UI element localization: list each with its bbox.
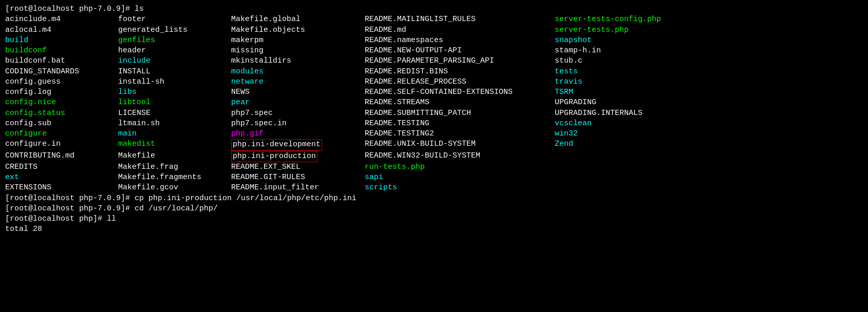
ls-cell: sapi (365, 172, 555, 183)
ls-cell: libs (118, 87, 231, 98)
ls-cell: README.namespaces (365, 35, 555, 46)
ls-cell: pear (231, 98, 365, 108)
ls-cell: header (118, 46, 231, 56)
boxed-php-ini-dev: php.ini-development (231, 139, 322, 150)
ls-cell: footer (118, 14, 231, 25)
ls-cell: makedist (118, 139, 231, 150)
ls-cell: LICENSE (118, 108, 231, 119)
ls-cell: README.input_filter (231, 183, 365, 193)
ls-cell: server-tests-config.php (555, 14, 863, 25)
ls-cell: NEWS (231, 87, 365, 98)
ls-cell (555, 172, 863, 183)
ls-cell: config.guess (5, 77, 118, 87)
ls-cell: README.STREAMS (365, 98, 555, 108)
ls-cell: mkinstalldirs (231, 56, 365, 66)
ls-cell: config.nice (5, 98, 118, 108)
terminal: [root@localhost php-7.0.9]# ls acinclude… (5, 4, 863, 235)
ls-cell: scripts (365, 183, 555, 193)
ls-cell: Makefile (118, 151, 231, 162)
ls-cell: run-tests.php (365, 162, 555, 172)
ls-cell: Makefile.frag (118, 162, 231, 172)
ls-cell: CONTRIBUTING.md (5, 151, 118, 162)
ls-cell: travis (555, 77, 863, 87)
ls-cell: README.MAILINGLIST_RULES (365, 14, 555, 25)
ls-cell: netware (231, 77, 365, 87)
ls-cell: config.log (5, 87, 118, 98)
ls-cell: libtool (118, 98, 231, 108)
ls-cell: README.RELEASE_PROCESS (365, 77, 555, 87)
ls-cell: Zend (555, 139, 863, 150)
ls-cell: README.PARAMETER_PARSING_API (365, 56, 555, 66)
ls-cell: EXTENSIONS (5, 183, 118, 193)
ls-cell: vcsclean (555, 119, 863, 129)
cmd-cd: [root@localhost php-7.0.9]# cd /usr/loca… (5, 204, 863, 214)
ls-cell: server-tests.php (555, 25, 863, 35)
ls-cell: makerpm (231, 35, 365, 46)
cmd-total: total 28 (5, 224, 863, 235)
ls-cell: php.gif (231, 129, 365, 139)
ls-cell: README.UNIX-BUILD-SYSTEM (365, 139, 555, 150)
ls-cell: Makefile.objects (231, 25, 365, 35)
ls-cell: Makefile.fragments (118, 172, 231, 183)
ls-cell: README.SELF-CONTAINED-EXTENSIONS (365, 87, 555, 98)
ls-cell: stamp-h.in (555, 46, 863, 56)
ls-cell: README.NEW-OUTPUT-API (365, 46, 555, 56)
boxed-php-ini-prod: php.ini-production (231, 151, 317, 162)
ls-cell: stub.c (555, 56, 863, 66)
cmd-cp: [root@localhost php-7.0.9]# cp php.ini-p… (5, 193, 863, 204)
ls-cell: acinclude.m4 (5, 14, 118, 25)
ls-cell: php.ini-production (231, 151, 365, 162)
ls-cell: UPGRADING.INTERNALS (555, 108, 863, 119)
ls-cell: config.sub (5, 119, 118, 129)
ls-cell: INSTALL (118, 67, 231, 77)
ls-cell: buildconf (5, 46, 118, 56)
ls-cell: php7.spec.in (231, 119, 365, 129)
ls-cell: configure (5, 129, 118, 139)
ls-cell: modules (231, 67, 365, 77)
ls-cell: aclocal.m4 (5, 25, 118, 35)
ls-cell: README.EXT_SKEL (231, 162, 365, 172)
ls-cell: missing (231, 46, 365, 56)
ls-cell: ext (5, 172, 118, 183)
ls-cell: genfiles (118, 35, 231, 46)
ls-cell: Makefile.gcov (118, 183, 231, 193)
cmd-ll: [root@localhost php]# ll (5, 214, 863, 224)
ls-cell: tests (555, 67, 863, 77)
ls-cell: README.GIT-RULES (231, 172, 365, 183)
ls-cell: CREDITS (5, 162, 118, 172)
ls-cell: README.REDIST.BINS (365, 67, 555, 77)
prompt-ls: [root@localhost php-7.0.9]# ls (5, 4, 863, 14)
ls-cell: win32 (555, 129, 863, 139)
ls-cell: README.SUBMITTING_PATCH (365, 108, 555, 119)
ls-cell (555, 162, 863, 172)
ls-cell (555, 183, 863, 193)
ls-cell: generated_lists (118, 25, 231, 35)
ls-cell: snapshot (555, 35, 863, 46)
ls-cell: php7.spec (231, 108, 365, 119)
ls-cell: README.WIN32-BUILD-SYSTEM (365, 151, 555, 162)
ls-cell: Makefile.global (231, 14, 365, 25)
ls-cell: include (118, 56, 231, 66)
ls-cell (555, 151, 863, 162)
ls-cell: README.TESTING2 (365, 129, 555, 139)
ls-cell: configure.in (5, 139, 118, 150)
ls-cell: build (5, 35, 118, 46)
ls-cell: TSRM (555, 87, 863, 98)
ls-cell: README.TESTING (365, 119, 555, 129)
ls-output: acinclude.m4 footer Makefile.global READ… (5, 14, 863, 193)
ls-cell: main (118, 129, 231, 139)
ls-cell: buildconf.bat (5, 56, 118, 66)
ls-cell: ltmain.sh (118, 119, 231, 129)
ls-cell: config.status (5, 108, 118, 119)
ls-cell: UPGRADING (555, 98, 863, 108)
ls-cell: php.ini-development (231, 139, 365, 150)
ls-cell: CODING_STANDARDS (5, 67, 118, 77)
ls-cell: install-sh (118, 77, 231, 87)
ls-cell: README.md (365, 25, 555, 35)
